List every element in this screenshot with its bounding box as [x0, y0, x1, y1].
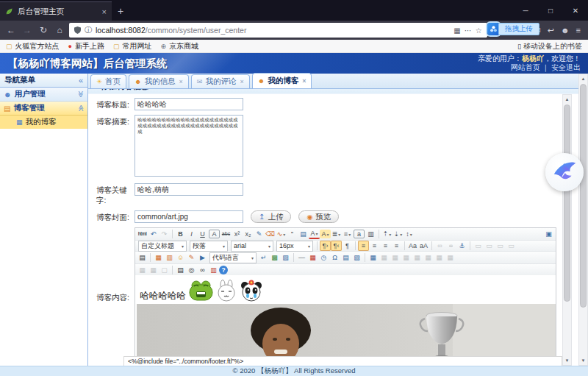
insert-row-icon[interactable]: ▦ [390, 252, 401, 263]
url-text[interactable]: localhost:8082/common/system/user_center [96, 26, 450, 35]
qr-scan-icon[interactable]: ▦ [453, 26, 460, 35]
emotion-icon[interactable]: ☺ [175, 252, 186, 263]
editor-content[interactable]: 哈哈哈哈哈 [135, 275, 556, 365]
print-icon[interactable]: ▤ [175, 265, 186, 275]
blog-title-input[interactable] [135, 98, 243, 110]
scroll-up-icon[interactable]: ▲ [563, 95, 571, 104]
tab-my-comments[interactable]: ✉ 我的评论 × [191, 74, 250, 88]
help-icon[interactable]: ? [219, 266, 228, 274]
logout-link[interactable]: 安全退出 [551, 63, 581, 71]
new-tab-button[interactable]: + [112, 1, 129, 21]
template-icon[interactable]: ▥ [208, 265, 219, 275]
autoclear-icon[interactable]: ∿▾ [276, 229, 287, 239]
merge-down-icon[interactable]: ▦ [137, 265, 148, 275]
chevron-up-icon[interactable]: ≫ [76, 104, 84, 111]
collapse-sidebar-icon[interactable]: « [79, 76, 83, 85]
lowercase-icon[interactable]: aA [418, 241, 429, 251]
url-bar[interactable]: ⓘ localhost:8082/common/system/user_cent… [69, 23, 487, 38]
menu-icon[interactable]: ≡ [576, 26, 581, 35]
delete-col-icon[interactable]: ▦ [423, 252, 434, 263]
site-info-icon[interactable]: ⓘ [85, 25, 92, 35]
image-manager-icon[interactable]: ▥ [164, 252, 175, 263]
scroll-down-icon[interactable]: ▼ [579, 356, 587, 365]
italic-icon[interactable]: I [186, 229, 197, 239]
scroll-down-icon[interactable]: ▼ [563, 356, 571, 365]
font-size-select[interactable]: 16px▾ [276, 241, 313, 252]
delete-table-icon[interactable]: ▦ [379, 252, 390, 263]
link-icon[interactable]: ∞ [434, 241, 445, 251]
sidebar-item-my-blog[interactable]: ▦ 我的博客 [0, 116, 87, 129]
tab-my-blog[interactable]: ☻ 我的博客 × [252, 73, 312, 88]
anchor-icon[interactable]: ⚓ [456, 241, 467, 251]
format-brush-icon[interactable]: ✎ [254, 229, 265, 239]
unordered-list-icon[interactable]: ≡▾ [342, 229, 353, 239]
word-doc-icon[interactable]: ▥ [365, 229, 376, 239]
align-right-icon[interactable]: ≡ [380, 241, 391, 251]
delete-row-icon[interactable]: ▦ [412, 252, 423, 263]
image-center-icon[interactable]: ▭ [495, 241, 506, 251]
bold-icon[interactable]: B [175, 229, 186, 239]
tab-home[interactable]: ☀ 首页 [90, 74, 126, 88]
insert-table-icon[interactable]: ▦ [368, 252, 379, 263]
align-center-icon[interactable]: ≡ [369, 241, 380, 251]
map-icon[interactable]: ▩ [269, 252, 280, 263]
image-left-icon[interactable]: ▭ [484, 241, 495, 251]
insert-image-icon[interactable]: ▦ [153, 252, 164, 263]
align-left-icon[interactable]: ≡ [358, 241, 369, 251]
blockquote-icon[interactable]: “ [287, 229, 298, 239]
paragraph-format-icon[interactable]: ▤ [137, 252, 148, 263]
back-icon[interactable]: ← [4, 25, 18, 35]
font-family-select[interactable]: arial▾ [231, 241, 273, 252]
scrollbar-thumb[interactable] [580, 84, 587, 308]
ordered-list-icon[interactable]: ≣▾ [331, 229, 342, 239]
paste-filter-icon[interactable]: ▤ [298, 229, 309, 239]
undo-icon[interactable]: ↶ [148, 229, 159, 239]
split-cell-icon[interactable]: ▦ [148, 265, 159, 275]
image-none-icon[interactable]: ▭ [473, 241, 484, 251]
snapscreen-icon[interactable]: ▧ [351, 252, 362, 263]
close-button[interactable]: ✕ [563, 7, 588, 15]
auto-typeset-icon[interactable]: a [354, 230, 365, 238]
content-scrollbar[interactable]: ▲ ▼ [562, 94, 572, 366]
image-right-icon[interactable]: ▭ [506, 241, 517, 251]
blog-keywords-input[interactable] [135, 183, 243, 196]
page-scrollbar[interactable]: ▲ ▼ [578, 74, 588, 366]
date-icon[interactable]: ▦ [307, 252, 318, 263]
bookmark-firefox-official[interactable]: ▢火狐官方站点 [6, 41, 60, 52]
table-title-icon[interactable]: ▢ [159, 265, 170, 275]
horizontal-rule-icon[interactable]: — [296, 252, 307, 263]
font-color-icon[interactable]: A▾ [309, 230, 320, 239]
note-icon[interactable]: ▤ [340, 252, 351, 263]
sidebar-group-user-management[interactable]: ☻ 用户管理 ≫ [0, 88, 87, 102]
maximize-button[interactable]: □ [538, 7, 563, 15]
tab-close-icon[interactable]: × [102, 7, 107, 16]
background-color-icon[interactable]: A▾ [320, 230, 331, 238]
scrawl-icon[interactable]: ✎ [186, 252, 197, 263]
char-border-icon[interactable]: A [209, 230, 220, 238]
recent-activity-icon[interactable]: ↩ [548, 26, 554, 35]
page-actions-icon[interactable]: ⋯ [465, 26, 472, 35]
close-tab-icon[interactable]: × [179, 78, 183, 85]
site-home-link[interactable]: 网站首页 [511, 63, 540, 71]
scroll-up-icon[interactable]: ▲ [579, 74, 587, 83]
preview-button[interactable]: ◉ 预览 [298, 210, 339, 223]
strikethrough-icon[interactable]: abc [220, 229, 232, 239]
account-icon[interactable]: ☻ [561, 26, 570, 35]
upload-button[interactable]: ↥ 上传 [251, 210, 291, 223]
xunlei-download-widget[interactable] [545, 153, 584, 191]
time-icon[interactable]: ◷ [318, 252, 329, 263]
sidebar-group-blog-management[interactable]: ▤ 博客管理 ≫ [0, 102, 87, 116]
bookmark-common-sites[interactable]: ▢常用网址 [113, 41, 152, 52]
minimize-button[interactable]: ─ [513, 7, 538, 15]
insert-code-icon[interactable]: ↵ [258, 252, 269, 263]
blog-summary-textarea[interactable]: 哈哈哈哈哈哈哈哈哈哈哈成成成成成成成成成成成成成成成成成成成成成成成成成成成成成… [135, 115, 243, 177]
align-justify-icon[interactable]: ≡ [391, 241, 402, 251]
redo-icon[interactable]: ↷ [159, 229, 170, 239]
source-icon[interactable]: html [137, 229, 148, 239]
mobile-bookmarks[interactable]: ▯ 移动设备上的书签 [517, 41, 582, 52]
insert-col-icon[interactable]: ▦ [401, 252, 412, 263]
browser-tab[interactable]: 后台管理主页 × [0, 1, 112, 21]
insert-video-icon[interactable]: ▶ [197, 252, 208, 263]
preview-icon[interactable]: ◎ [186, 265, 197, 275]
superscript-icon[interactable]: x² [232, 229, 243, 239]
